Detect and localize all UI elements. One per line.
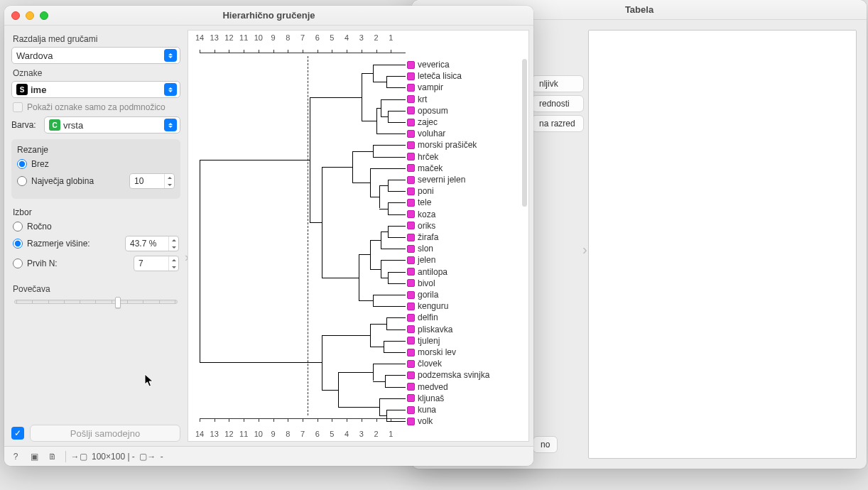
report-icon[interactable]: 🗎	[47, 451, 58, 462]
tick-label: 8	[286, 33, 290, 42]
color-box-icon	[407, 72, 415, 80]
leaf-label[interactable]: kuna	[407, 404, 436, 415]
leaf-label[interactable]: morski prašiček	[407, 139, 477, 151]
selection-section-label: Izbor	[13, 207, 179, 217]
leaf-text: koza	[418, 209, 435, 219]
leaf-label[interactable]: severni jelen	[407, 174, 465, 185]
leaf-label[interactable]: vampir	[407, 82, 443, 93]
auto-send-checkbox[interactable]: ✓	[11, 427, 24, 440]
color-box-icon	[407, 119, 415, 126]
cut-maxdepth-input[interactable]: 10	[129, 173, 175, 189]
tick-label: 13	[210, 33, 219, 42]
bottom-toolbar: ✓ Pošlji samodejno	[4, 420, 188, 446]
leaf-text: morski prašiček	[418, 140, 477, 150]
tick-label: 6	[315, 430, 320, 438]
cut-none-radio[interactable]	[17, 159, 27, 169]
leaf-label[interactable]: morski lev	[407, 347, 456, 358]
linkage-select[interactable]: Wardova	[11, 47, 180, 64]
leaf-label[interactable]: gorila	[407, 289, 438, 300]
sidebar-expand-icon[interactable]: ›	[185, 250, 188, 265]
sel-manual-radio[interactable]	[13, 222, 23, 232]
input-icon: →▢	[73, 451, 85, 462]
leaf-label[interactable]: voluhar	[407, 128, 445, 139]
send-auto-button[interactable]: Pošlji samodejno	[30, 425, 180, 442]
tabela-option-3[interactable]: na razred	[531, 115, 584, 132]
chevron-updown-icon	[164, 49, 177, 62]
tick-label: 13	[210, 430, 219, 438]
save-icon[interactable]: ▣	[28, 451, 40, 462]
leaf-label[interactable]: zajec	[407, 116, 438, 128]
leaf-label[interactable]: podzemska svinjka	[407, 369, 489, 381]
cut-section-label: Rezanje	[17, 145, 175, 155]
tick-label: 9	[271, 33, 276, 42]
color-box-icon	[407, 153, 415, 160]
leaf-label[interactable]: krt	[407, 94, 427, 105]
labels-section: Oznake	[13, 68, 180, 78]
leaf-text: oposum	[418, 106, 448, 116]
leaf-text: krt	[418, 94, 427, 104]
leaf-label[interactable]: leteča lisica	[407, 70, 462, 82]
leaf-label[interactable]: žirafa	[407, 232, 438, 243]
leaf-text: podzemska svinjka	[418, 370, 489, 380]
leaf-label[interactable]: tjulenj	[407, 335, 440, 347]
leaf-label[interactable]: veverica	[407, 59, 450, 70]
tick-label: 7	[300, 33, 305, 42]
leaf-text: kljunaš	[418, 393, 444, 403]
leaf-text: jelen	[418, 255, 435, 265]
leaf-text: antilopa	[418, 267, 447, 277]
color-box-icon	[407, 303, 415, 310]
leaf-label[interactable]: koza	[407, 209, 435, 220]
dendrogram-plot[interactable]: 14131211109876543211413121110987654321ve…	[188, 30, 529, 442]
plot-scrollbar[interactable]	[522, 59, 527, 207]
x-axis-bottom: 1413121110987654321	[194, 418, 523, 440]
help-icon[interactable]: ?	[10, 451, 21, 462]
tick-label: 14	[195, 33, 204, 42]
leaf-label[interactable]: maček	[407, 163, 443, 174]
tick-label: 11	[239, 33, 248, 42]
sel-ratio-radio[interactable]	[13, 239, 23, 249]
leaf-text: kenguru	[418, 301, 448, 311]
leaf-label[interactable]: volk	[407, 415, 433, 427]
leaf-label[interactable]: antilopa	[407, 266, 447, 278]
dendrogram: vevericaleteča lisicavampirkrtoposumzaje…	[194, 56, 523, 415]
leaf-label[interactable]: kljunaš	[407, 393, 444, 404]
color-box-icon	[407, 84, 415, 92]
leaf-text: hrček	[418, 152, 438, 162]
leaf-label[interactable]: delfin	[407, 312, 438, 323]
color-box-icon	[407, 360, 415, 368]
leaf-label[interactable]: bivol	[407, 278, 435, 289]
close-icon[interactable]	[11, 11, 20, 20]
tabela-option-2[interactable]: rednosti	[531, 95, 584, 112]
tick-label: 14	[195, 430, 204, 438]
leaf-label[interactable]: slon	[407, 243, 433, 254]
leaf-label[interactable]: kenguru	[407, 300, 448, 312]
color-label: Barva:	[11, 120, 40, 130]
leaf-text: delfin	[418, 312, 438, 322]
leaf-label[interactable]: oposum	[407, 105, 448, 116]
tabela-expand-icon[interactable]: ›	[582, 241, 587, 258]
labels-select[interactable]: S ime	[11, 81, 180, 98]
leaf-label[interactable]: jelen	[407, 254, 435, 266]
leaf-label[interactable]: oriks	[407, 220, 435, 232]
tick-label: 3	[359, 430, 364, 438]
leaf-label[interactable]: medved	[407, 381, 448, 393]
tick-label: 1	[389, 430, 393, 438]
tick-label: 2	[374, 33, 379, 42]
leaf-label[interactable]: človek	[407, 358, 442, 369]
tabela-send-auto[interactable]: no	[533, 436, 558, 453]
minimize-icon[interactable]	[26, 11, 34, 20]
leaf-label[interactable]: pliskavka	[407, 324, 452, 335]
clustering-titlebar[interactable]: Hierarhično gručenje	[4, 6, 533, 26]
cut-maxdepth-radio[interactable]	[17, 176, 27, 186]
sel-ratio-input[interactable]: 43.7 %	[125, 236, 179, 251]
leaf-label[interactable]: tele	[407, 197, 431, 208]
slider-thumb-icon[interactable]	[115, 297, 121, 308]
maximize-icon[interactable]	[40, 11, 48, 20]
color-select[interactable]: C vrsta	[44, 116, 180, 134]
tabela-option-1[interactable]: nljivk	[531, 75, 584, 92]
sel-topn-input[interactable]: 7	[134, 256, 179, 271]
leaf-label[interactable]: poni	[407, 185, 434, 197]
leaf-label[interactable]: hrček	[407, 151, 438, 163]
sel-topn-radio[interactable]	[13, 258, 23, 268]
zoom-slider[interactable]	[14, 300, 178, 304]
